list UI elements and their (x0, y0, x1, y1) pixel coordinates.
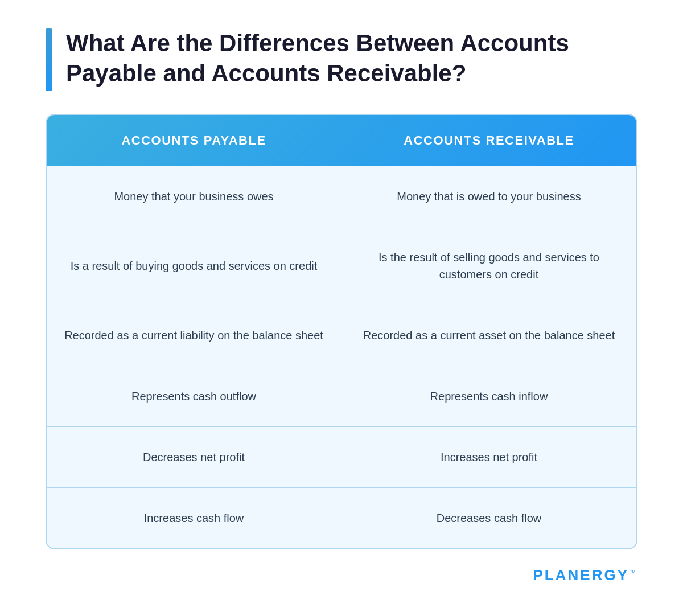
header-section: What Are the Differences Between Account… (46, 28, 637, 91)
row6-col1: Increases cash flow (47, 488, 342, 548)
logo-name: PLANERGY (533, 566, 629, 584)
row5-col2: Increases net profit (342, 427, 636, 487)
table-row: Decreases net profit Increases net profi… (47, 426, 636, 487)
logo-trademark: ™ (629, 569, 637, 576)
logo-text: PLANERGY™ (533, 566, 637, 584)
page-title: What Are the Differences Between Account… (66, 28, 578, 88)
row5-col1: Decreases net profit (47, 427, 342, 487)
table-row: Is a result of buying goods and services… (47, 227, 636, 305)
logo-section: PLANERGY™ (46, 566, 637, 584)
comparison-table: ACCOUNTS PAYABLE ACCOUNTS RECEIVABLE Mon… (46, 114, 637, 549)
table-row: Increases cash flow Decreases cash flow (47, 487, 636, 548)
table-body: Money that your business owes Money that… (47, 166, 636, 548)
header-accounts-payable: ACCOUNTS PAYABLE (47, 115, 342, 166)
row6-col2: Decreases cash flow (342, 488, 636, 548)
row3-col1: Recorded as a current liability on the b… (47, 305, 342, 366)
row1-col1: Money that your business owes (47, 166, 342, 227)
table-row: Recorded as a current liability on the b… (47, 305, 636, 366)
header-accounts-receivable: ACCOUNTS RECEIVABLE (342, 115, 636, 166)
row2-col1: Is a result of buying goods and services… (47, 227, 342, 305)
table-row: Money that your business owes Money that… (47, 166, 636, 227)
row3-col2: Recorded as a current asset on the balan… (342, 305, 636, 366)
table-header: ACCOUNTS PAYABLE ACCOUNTS RECEIVABLE (47, 115, 636, 166)
row4-col1: Represents cash outflow (47, 366, 342, 426)
row2-col2: Is the result of selling goods and servi… (342, 227, 636, 305)
row1-col2: Money that is owed to your business (342, 166, 636, 227)
blue-accent-bar (46, 28, 52, 91)
row4-col2: Represents cash inflow (342, 366, 636, 426)
table-row: Represents cash outflow Represents cash … (47, 366, 636, 426)
